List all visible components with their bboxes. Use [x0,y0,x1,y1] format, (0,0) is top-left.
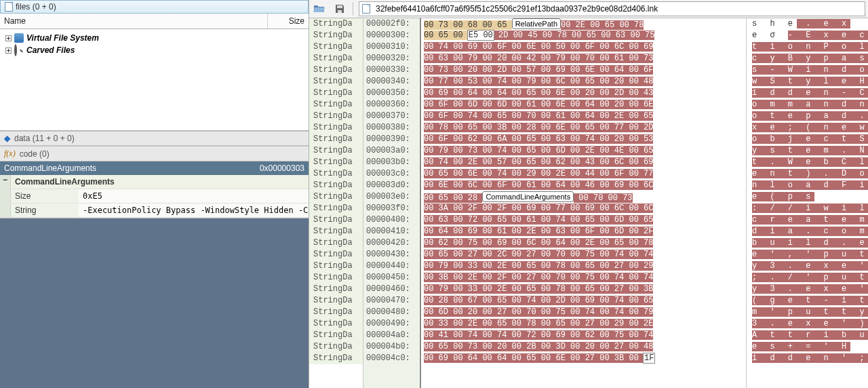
hex-bytes-row[interactable]: 00 77 00 53 00 74 00 79 00 6C 00 65 00 2… [421,76,746,88]
hex-bytes-row[interactable]: 00 65 00 27 00 2C 00 27 00 70 00 75 00 7… [421,249,746,260]
hex-bytes-row[interactable]: 00 62 00 75 00 69 00 6C 00 64 00 2E 00 6… [421,237,746,249]
hex-bytes-row[interactable]: 00 69 00 64 00 64 00 65 00 6E 00 27 00 3… [421,353,746,364]
hex-bytes-row[interactable]: 00 28 00 67 00 65 00 74 00 2D 00 69 00 7… [421,295,746,307]
hex-region-cell: StringDa [309,295,363,307]
hex-region-cell: StringDa [309,134,363,145]
expand-icon[interactable] [5,47,12,54]
hex-bytes-row[interactable]: 00 69 00 64 00 64 00 65 00 6E 00 20 00 2… [421,88,746,99]
collapse-icon[interactable]: − [0,175,11,189]
hex-ascii-row[interactable]: A t t r i b u t [747,330,868,341]
hex-ascii-row[interactable]: y 3 . e x e ' ) [747,260,868,272]
hex-ascii-row[interactable]: o t e p a d . e [747,111,868,122]
hex-ascii-row[interactable]: ; . / ' p u t t [747,272,868,284]
expand-icon[interactable] [5,35,12,41]
hex-bytes-row[interactable]: 00 65 00 E5 00 2D 00 45 00 78 00 65 00 6… [421,30,746,41]
hex-ascii-row[interactable]: t i o n P o l i [747,41,868,53]
hex-bytes-row[interactable]: 00 3B 00 2E 00 2F 00 27 00 70 00 75 00 7… [421,272,746,284]
hex-region-cell: StringDa [309,99,363,111]
drive-icon [14,33,24,43]
hex-ascii-row[interactable]: 3 . e x e ' ) . [747,318,868,330]
hex-ascii-row[interactable]: s h e . e x [747,18,868,30]
hex-bytes-row[interactable]: 00 6F 00 62 00 6A 00 65 00 63 00 74 00 2… [421,134,746,145]
selected-byte[interactable]: E5 00 [468,31,494,40]
hex-ascii-row[interactable]: y 3 . e x e ' ; [747,284,868,295]
files-panel-header[interactable]: files (0 + 0) [0,0,309,14]
hex-bytes-row[interactable]: 00 63 00 72 00 65 00 61 00 74 00 65 00 6… [421,214,746,226]
hex-region-cell: StringDa [309,284,363,295]
tree-node-vfs[interactable]: Virtual File System [3,32,306,44]
open-folder-button[interactable] [312,1,327,16]
hex-bytes-row[interactable]: 00 41 00 74 00 74 00 72 00 69 00 62 00 7… [421,330,746,341]
property-value[interactable]: -ExecutionPolicy Bypass -WindowStyle Hid… [79,203,309,217]
hex-address-cell: 000003e0: [363,191,420,203]
file-tree: Virtual File System Carved Files [0,29,309,131]
hex-region-cell: StringDa [309,214,363,226]
property-title-row[interactable]: − CommandLineArguments [0,175,309,189]
hex-ascii-row[interactable]: e s + = ' H [747,341,868,353]
hex-bytes-row[interactable]: 00 74 00 2E 00 57 00 65 00 62 00 43 00 6… [421,157,746,168]
hex-ascii-row[interactable]: w S t y l e H [747,76,868,88]
save-button[interactable] [332,1,347,16]
hex-address-cell: 000003f0: [363,203,420,214]
hex-ascii-row[interactable]: n l o a d F i l [747,180,868,191]
property-row[interactable]: String -ExecutionPolicy Bypass -WindowSt… [0,203,309,218]
hex-ascii-row[interactable]: i d d e n - C [747,88,868,99]
hex-bytes-row[interactable]: 00 6F 00 6D 00 6D 00 61 00 6E 00 64 00 2… [421,99,746,111]
hex-bytes-row[interactable]: 00 65 00 28 CommandLineArguments 00 70 0… [421,191,746,203]
hex-address-cell: 00000410: [363,226,420,237]
property-offset: 0x00000303 [260,163,304,173]
hex-bytes-row[interactable]: 00 6D 00 20 00 27 00 70 00 75 00 74 00 7… [421,307,746,318]
hex-ascii-row[interactable]: x e ; ( n e w - [747,122,868,134]
hex-ascii-row[interactable]: : / / i w i l l [747,203,868,214]
hex-ascii-row[interactable]: t . W e b C l i [747,157,868,168]
hex-region-cell: StringDa [309,64,363,76]
property-value[interactable]: 0xE5 [79,189,309,203]
hex-ascii-row[interactable]: c r e a t e m e [747,214,868,226]
property-empty-area [0,218,309,388]
hex-bytes-row[interactable]: 00 6F 00 74 00 65 00 70 00 61 00 64 00 2… [421,111,746,122]
hex-region-cell: StringDa [309,76,363,88]
hex-ascii-row[interactable]: s - W i n d o [747,64,868,76]
hex-ascii-row[interactable]: d i a . c o m / [747,226,868,237]
tree-node-carved[interactable]: Carved Files [3,44,306,56]
hex-bytes-row[interactable]: 00 73 00 68 00 65 RelativePath00 2E 00 6… [421,18,746,30]
hex-bytes-row[interactable]: 00 3A 00 2F 00 2F 00 69 00 77 00 69 00 6… [421,203,746,214]
svg-rect-0 [337,5,342,8]
hex-bytes-row[interactable]: 00 79 00 73 00 74 00 65 00 6D 00 2E 00 4… [421,145,746,157]
hex-bytes-row[interactable]: 00 74 00 69 00 6F 00 6E 00 50 00 6F 00 6… [421,41,746,53]
property-name: CommandLineArguments [4,163,96,173]
hex-region-cell: StringDa [309,191,363,203]
path-box[interactable] [359,1,865,16]
hex-view[interactable]: StringDaStringDaStringDaStringDaStringDa… [309,18,868,388]
hex-bytes-row[interactable]: 00 6E 00 6C 00 6F 00 61 00 64 00 46 00 6… [421,180,746,191]
hex-ascii-row[interactable]: b u i l d . e x [747,237,868,249]
hex-ascii-row[interactable]: i d d e n ' ; [747,353,868,364]
hex-bytes-row[interactable]: 00 79 00 33 00 2E 00 65 00 78 00 65 00 2… [421,260,746,272]
hex-bytes-row[interactable]: 00 79 00 33 00 2E 00 65 00 78 00 65 00 2… [421,284,746,295]
hex-address-cell: 00000480: [363,307,420,318]
hex-ascii-row[interactable]: o m m a n d n [747,99,868,111]
hex-ascii-row[interactable]: e n t ) . D o w [747,168,868,180]
data-section-header[interactable]: ◆ data (11 + 0 + 0) [0,131,309,146]
code-section-header[interactable]: f(x) code (0) [0,146,309,161]
hex-ascii-row[interactable]: o b j e c t S [747,134,868,145]
path-input[interactable] [374,3,862,14]
hex-address-cell: 000003a0: [363,145,420,157]
hex-ascii-row[interactable]: c y B y p a s [747,53,868,64]
hex-bytes-row[interactable]: 00 64 00 69 00 61 00 2E 00 63 00 6F 00 6… [421,226,746,237]
hex-ascii-row[interactable]: e ' , ' p u t t [747,249,868,260]
hex-bytes-row[interactable]: 00 63 00 79 00 20 00 42 00 79 00 70 00 6… [421,53,746,64]
col-size[interactable]: Size [268,14,309,28]
col-name[interactable]: Name [0,14,268,28]
hex-bytes-row[interactable]: 00 65 00 73 00 20 00 2B 00 3D 00 20 00 2… [421,341,746,353]
hex-ascii-row[interactable]: m ' p u t t y [747,307,868,318]
hex-bytes-row[interactable]: 00 33 00 2E 00 65 00 78 00 65 00 27 00 2… [421,318,746,330]
hex-ascii-row[interactable]: e σ - E x e c u [747,30,868,41]
hex-ascii-row[interactable]: e ( p s [747,191,868,203]
hex-bytes-row[interactable]: 00 78 00 65 00 3B 00 28 00 6E 00 65 00 7… [421,122,746,134]
hex-bytes-row[interactable]: 00 65 00 6E 00 74 00 29 00 2E 00 44 00 6… [421,168,746,180]
hex-ascii-row[interactable]: y s t e m . N e [747,145,868,157]
hex-bytes-row[interactable]: 00 73 00 20 00 2D 00 57 00 69 00 6E 00 6… [421,64,746,76]
property-row[interactable]: Size 0xE5 [0,189,309,203]
hex-ascii-row[interactable]: ( g e t - i t e [747,295,868,307]
